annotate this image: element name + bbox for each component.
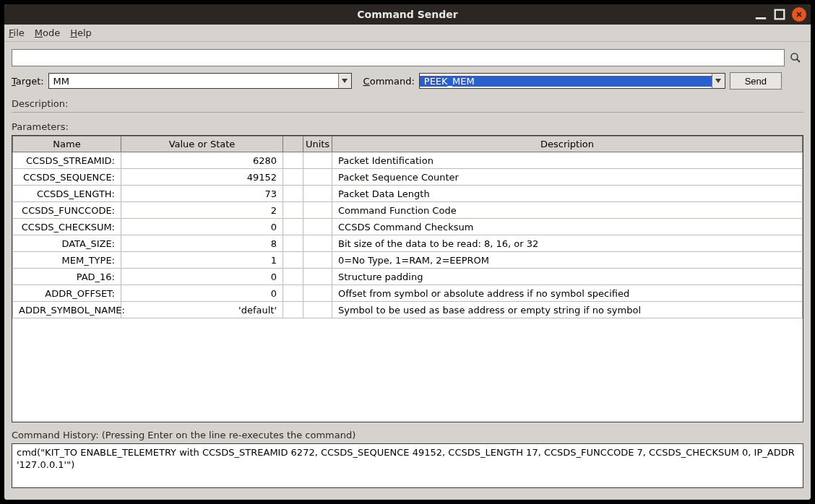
window-title: Command Sender bbox=[4, 9, 811, 20]
param-units bbox=[303, 219, 332, 235]
maximize-button[interactable] bbox=[773, 8, 786, 21]
param-gap bbox=[283, 269, 303, 285]
history-textbox[interactable]: cmd("KIT_TO ENABLE_TELEMETRY with CCSDS_… bbox=[12, 443, 803, 488]
param-gap bbox=[283, 202, 303, 219]
param-value[interactable]: 6280 bbox=[121, 152, 283, 169]
param-desc: Command Function Code bbox=[332, 202, 803, 219]
search-row bbox=[12, 49, 803, 66]
param-value[interactable]: 49152 bbox=[121, 169, 283, 186]
search-icon[interactable] bbox=[788, 50, 803, 66]
param-name: PAD_16: bbox=[13, 269, 121, 285]
param-name: ADDR_OFFSET: bbox=[13, 285, 121, 302]
menubar: File Mode Help bbox=[4, 25, 811, 42]
selector-row: Target: MM Command: PEEK_MEM Send bbox=[12, 72, 803, 90]
param-name: DATA_SIZE: bbox=[13, 235, 121, 252]
table-header-row: Name Value or State Units Description bbox=[13, 136, 803, 152]
table-row: CCSDS_FUNCCODE:2Command Function Code bbox=[13, 202, 803, 219]
svg-line-5 bbox=[797, 59, 800, 62]
body: Target: MM Command: PEEK_MEM Send Descri… bbox=[4, 42, 811, 500]
menu-help[interactable]: Help bbox=[70, 27, 92, 38]
search-input[interactable] bbox=[12, 49, 785, 66]
table-row: MEM_TYPE:10=No Type, 1=RAM, 2=EEPROM bbox=[13, 252, 803, 269]
param-gap bbox=[283, 302, 303, 318]
menu-mode[interactable]: Mode bbox=[35, 27, 60, 38]
col-desc[interactable]: Description bbox=[332, 136, 803, 152]
param-units bbox=[303, 169, 332, 186]
param-gap bbox=[283, 285, 303, 302]
col-value[interactable]: Value or State bbox=[121, 136, 283, 152]
param-gap bbox=[283, 186, 303, 202]
table-row: PAD_16:0Structure padding bbox=[13, 269, 803, 285]
divider bbox=[12, 112, 803, 113]
param-value[interactable]: 'default' bbox=[121, 302, 283, 318]
table-row: CCSDS_LENGTH:73Packet Data Length bbox=[13, 186, 803, 202]
col-name[interactable]: Name bbox=[13, 136, 121, 152]
param-gap bbox=[283, 219, 303, 235]
table-row: CCSDS_SEQUENCE:49152Packet Sequence Coun… bbox=[13, 169, 803, 186]
param-value[interactable]: 0 bbox=[121, 285, 283, 302]
param-value[interactable]: 8 bbox=[121, 235, 283, 252]
param-value[interactable]: 0 bbox=[121, 219, 283, 235]
svg-rect-1 bbox=[775, 10, 785, 19]
command-label: Command: bbox=[363, 76, 415, 87]
target-label: Target: bbox=[12, 76, 44, 87]
svg-marker-6 bbox=[342, 79, 348, 83]
param-name: ADDR_SYMBOL_NAME: bbox=[13, 302, 121, 318]
target-combo[interactable]: MM bbox=[48, 73, 352, 89]
minimize-button[interactable] bbox=[754, 8, 767, 21]
param-desc: Symbol to be used as base address or emp… bbox=[332, 302, 803, 318]
chevron-down-icon bbox=[712, 74, 725, 88]
param-units bbox=[303, 202, 332, 219]
table-row: CCSDS_STREAMID:6280Packet Identification bbox=[13, 152, 803, 169]
param-name: CCSDS_SEQUENCE: bbox=[13, 169, 121, 186]
param-desc: Packet Identification bbox=[332, 152, 803, 169]
param-gap bbox=[283, 169, 303, 186]
param-units bbox=[303, 235, 332, 252]
table-row: ADDR_OFFSET:0Offset from symbol or absol… bbox=[13, 285, 803, 302]
param-value[interactable]: 0 bbox=[121, 269, 283, 285]
history-area: Command History: (Pressing Enter on the … bbox=[12, 428, 803, 488]
col-gap[interactable] bbox=[283, 136, 303, 152]
parameters-label: Parameters: bbox=[12, 120, 803, 134]
param-units bbox=[303, 302, 332, 318]
command-value: PEEK_MEM bbox=[420, 76, 712, 87]
target-value: MM bbox=[49, 76, 338, 87]
param-units bbox=[303, 269, 332, 285]
col-units[interactable]: Units bbox=[303, 136, 332, 152]
app-window: Command Sender File Mode Help bbox=[4, 4, 811, 500]
table-row: ADDR_SYMBOL_NAME:'default'Symbol to be u… bbox=[13, 302, 803, 318]
svg-marker-7 bbox=[715, 79, 721, 83]
param-desc: 0=No Type, 1=RAM, 2=EEPROM bbox=[332, 252, 803, 269]
param-name: CCSDS_FUNCCODE: bbox=[13, 202, 121, 219]
param-name: CCSDS_LENGTH: bbox=[13, 186, 121, 202]
send-button[interactable]: Send bbox=[730, 72, 782, 90]
param-name: CCSDS_CHECKSUM: bbox=[13, 219, 121, 235]
param-value[interactable]: 2 bbox=[121, 202, 283, 219]
param-units bbox=[303, 186, 332, 202]
titlebar: Command Sender bbox=[4, 4, 811, 25]
close-button[interactable] bbox=[792, 7, 806, 22]
param-desc: Packet Data Length bbox=[332, 186, 803, 202]
table-row: DATA_SIZE:8Bit size of the data to be re… bbox=[13, 235, 803, 252]
title-controls bbox=[754, 7, 806, 22]
table-row: CCSDS_CHECKSUM:0CCSDS Command Checksum bbox=[13, 219, 803, 235]
command-combo[interactable]: PEEK_MEM bbox=[419, 73, 725, 89]
param-value[interactable]: 1 bbox=[121, 252, 283, 269]
param-desc: Packet Sequence Counter bbox=[332, 169, 803, 186]
param-desc: CCSDS Command Checksum bbox=[332, 219, 803, 235]
parameters-table: Name Value or State Units Description CC… bbox=[12, 135, 803, 422]
param-units bbox=[303, 252, 332, 269]
param-units bbox=[303, 152, 332, 169]
menu-file[interactable]: File bbox=[9, 27, 25, 38]
param-units bbox=[303, 285, 332, 302]
description-label: Description: bbox=[12, 97, 803, 110]
param-value[interactable]: 73 bbox=[121, 186, 283, 202]
param-desc: Structure padding bbox=[332, 269, 803, 285]
svg-point-4 bbox=[791, 53, 798, 60]
param-gap bbox=[283, 152, 303, 169]
param-gap bbox=[283, 235, 303, 252]
table-empty-area bbox=[12, 318, 803, 422]
history-label: Command History: (Pressing Enter on the … bbox=[12, 428, 803, 442]
param-desc: Bit size of the data to be read: 8, 16, … bbox=[332, 235, 803, 252]
param-desc: Offset from symbol or absolute address i… bbox=[332, 285, 803, 302]
